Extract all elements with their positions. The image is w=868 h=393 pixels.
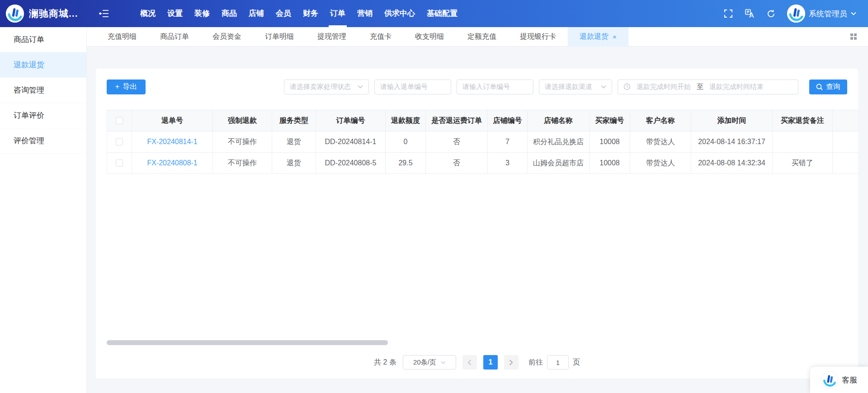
refund-no-input[interactable]: 请输入退单编号: [374, 80, 451, 94]
refund-date-range-picker[interactable]: 退款完成时间开始 至 退款完成时间结束: [618, 80, 798, 94]
goto-label: 前往: [528, 358, 543, 367]
goto-page-input[interactable]: [547, 355, 569, 370]
table-body: FX-20240814-1不可操作退货DD-20240814-10否7积分礼品兑…: [107, 131, 859, 174]
fullscreen-icon[interactable]: [723, 9, 733, 19]
export-button[interactable]: + 导出: [107, 80, 146, 94]
table-cell: 山姆会员超市店: [528, 153, 590, 174]
page-size-select[interactable]: 20条/页: [403, 355, 456, 370]
toolbar: + 导出 请选择卖家处理状态 请输入退单编号 请输入订单编号 请选择退款渠道: [107, 79, 847, 94]
table-header-cell: 订单编号: [316, 110, 386, 131]
avatar: [787, 5, 805, 23]
row-checkbox[interactable]: [116, 138, 123, 145]
sidebar-item[interactable]: 商品订单: [0, 27, 86, 52]
table-header-cell: 服务类型: [272, 110, 316, 131]
top-menu-item[interactable]: 店铺: [243, 0, 270, 27]
refund-channel-select[interactable]: 请选择退款渠道: [539, 80, 612, 94]
top-menu-item[interactable]: 会员: [270, 0, 297, 27]
top-menu-item[interactable]: 基础配置: [421, 0, 463, 27]
table-cell: 带货达人: [630, 131, 691, 153]
top-navbar: 澜驰商城... 概况设置装修商品店铺会员财务订单营销供求中心基础配置: [0, 0, 868, 27]
refresh-icon[interactable]: [766, 9, 776, 19]
plus-icon: +: [115, 83, 119, 91]
row-checkbox-cell: [107, 131, 132, 153]
top-menu-item[interactable]: 概况: [134, 0, 161, 27]
horizontal-scrollbar[interactable]: [107, 340, 388, 345]
table-cell: [833, 131, 859, 153]
chevron-right-icon: [509, 360, 513, 365]
prev-page-button[interactable]: [462, 355, 477, 370]
current-page-button[interactable]: 1: [483, 355, 498, 370]
seller-status-select[interactable]: 请选择卖家处理状态: [284, 80, 369, 94]
refund-no-link[interactable]: FX-20240808-1: [132, 153, 213, 174]
user-menu[interactable]: 系统管理员: [787, 5, 856, 23]
order-no-input[interactable]: 请输入订单编号: [457, 80, 533, 94]
tab-bar: 充值明细商品订单会员资金订单明细提现管理充值卡收支明细定额充值提现银行卡退款退货…: [87, 27, 868, 47]
table-header-cell: 买家编号: [590, 110, 630, 131]
tab-item[interactable]: 充值卡: [358, 27, 403, 47]
table-header-checkbox-cell: [107, 110, 132, 131]
next-page-button[interactable]: [504, 355, 519, 370]
user-name: 系统管理员: [809, 9, 847, 19]
top-menu: 概况设置装修商品店铺会员财务订单营销供求中心基础配置: [134, 0, 463, 27]
tab-item[interactable]: 收支明细: [403, 27, 456, 47]
top-menu-item[interactable]: 设置: [161, 0, 189, 27]
customer-service-button[interactable]: 客服: [810, 367, 868, 393]
language-icon[interactable]: [745, 9, 755, 19]
table-header-cell: 强制退款: [213, 110, 272, 131]
goto-page: 前往 页: [528, 355, 580, 370]
close-icon[interactable]: ×: [613, 33, 617, 41]
table-cell: 2024-08-14 16:37:17: [691, 131, 773, 153]
sidebar-item[interactable]: 咨询管理: [0, 78, 86, 103]
sidebar: 商品订单退款退货咨询管理订单评价评价管理: [0, 27, 87, 393]
clock-icon: [623, 83, 631, 90]
table-cell: 买错了: [773, 153, 833, 174]
tab-options-grid-icon[interactable]: [850, 33, 857, 40]
select-all-checkbox[interactable]: [116, 117, 123, 124]
tab-item[interactable]: 商品订单: [148, 27, 201, 47]
table-cell: 0: [386, 131, 426, 153]
top-menu-item[interactable]: 商品: [216, 0, 243, 27]
tab-item[interactable]: 会员资金: [201, 27, 253, 47]
date-start-placeholder: 退款完成时间开始: [637, 83, 691, 91]
sidebar-item[interactable]: 退款退货: [0, 52, 86, 78]
table-cell: 积分礼品兑换店: [528, 131, 590, 153]
sidebar-item[interactable]: 评价管理: [0, 128, 86, 154]
table-cell: 7: [488, 131, 528, 153]
chevron-left-icon: [467, 360, 472, 365]
table-cell: 带货达人: [630, 153, 691, 174]
table-header-cell: 店铺编号: [488, 110, 528, 131]
table-row: FX-20240814-1不可操作退货DD-20240814-10否7积分礼品兑…: [107, 131, 859, 153]
date-separator: 至: [697, 83, 703, 91]
table-header-cell: 买家退货备注: [773, 110, 833, 131]
top-menu-item[interactable]: 供求中心: [378, 0, 421, 27]
search-icon: [816, 84, 823, 90]
tab-active[interactable]: 退款退货×: [568, 27, 628, 47]
top-menu-item[interactable]: 订单: [324, 0, 351, 27]
refund-no-link[interactable]: FX-20240814-1: [132, 131, 213, 153]
table-cell: 不可操作: [213, 131, 272, 153]
tab-item[interactable]: 提现管理: [306, 27, 358, 47]
top-menu-item[interactable]: 装修: [189, 0, 216, 27]
sidebar-collapse-icon[interactable]: [99, 8, 111, 19]
table-header-cell: 收: [833, 110, 859, 131]
table-cell: 不可操作: [213, 153, 272, 174]
top-menu-item[interactable]: 营销: [351, 0, 378, 27]
table-row: FX-20240808-1不可操作退货DD-20240808-529.5否3山姆…: [107, 153, 859, 174]
table-cell: 否: [426, 131, 488, 153]
table-cell: 退货: [272, 131, 316, 153]
table-header-cell: 添加时间: [691, 110, 773, 131]
table-header-cell: 退款额度: [386, 110, 426, 131]
table-cell: 退货: [272, 153, 316, 174]
tab-item[interactable]: 定额充值: [456, 27, 508, 47]
tab-item[interactable]: 提现银行卡: [508, 27, 568, 47]
table-cell: 10008: [590, 131, 630, 153]
brand-name: 澜驰商城...: [29, 7, 78, 20]
top-menu-item[interactable]: 财务: [297, 0, 324, 27]
sidebar-item[interactable]: 订单评价: [0, 103, 86, 128]
row-checkbox[interactable]: [116, 159, 123, 167]
table-header-cell: 店铺名称: [528, 110, 590, 131]
search-button[interactable]: 查询: [809, 80, 847, 94]
total-count: 共 2 条: [374, 358, 396, 367]
tab-item[interactable]: 订单明细: [253, 27, 306, 47]
tab-item[interactable]: 充值明细: [96, 27, 148, 47]
